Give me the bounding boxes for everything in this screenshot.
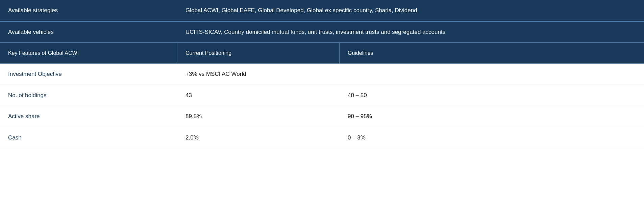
- no-of-holdings-label: No. of holdings: [0, 85, 177, 106]
- active-share-current: 89.5%: [177, 106, 340, 127]
- active-share-guidelines: 90 – 95%: [340, 106, 644, 127]
- available-strategies-label: Available strategies: [0, 0, 177, 21]
- available-vehicles-label-text: Available vehicles: [8, 29, 54, 35]
- cash-guidelines-value: 0 – 3%: [348, 134, 366, 141]
- available-strategies-row: Available strategies Global ACWI, Global…: [0, 0, 644, 22]
- no-of-holdings-row: No. of holdings 43 40 – 50: [0, 85, 644, 106]
- no-of-holdings-guidelines: 40 – 50: [340, 85, 644, 106]
- col-header-features-text: Key Features of Global ACWI: [8, 50, 79, 56]
- no-of-holdings-current-value: 43: [185, 92, 192, 99]
- no-of-holdings-guidelines-value: 40 – 50: [348, 92, 367, 99]
- no-of-holdings-current: 43: [177, 85, 340, 106]
- no-of-holdings-label-text: No. of holdings: [8, 92, 46, 99]
- col-header-guidelines-text: Guidelines: [348, 50, 373, 56]
- active-share-label-text: Active share: [8, 113, 40, 120]
- col-header-current: Current Positioning: [177, 43, 340, 63]
- col-header-current-text: Current Positioning: [185, 50, 231, 56]
- investment-objective-label-text: Investment Objective: [8, 71, 62, 77]
- available-strategies-content: Global ACWI, Global EAFE, Global Develop…: [177, 0, 644, 21]
- investment-objective-current: +3% vs MSCI AC World: [177, 64, 340, 85]
- available-vehicles-label: Available vehicles: [0, 22, 177, 43]
- cash-guidelines: 0 – 3%: [340, 127, 644, 148]
- investment-objective-guidelines: [340, 64, 644, 85]
- col-header-features: Key Features of Global ACWI: [0, 43, 177, 63]
- cash-label: Cash: [0, 127, 177, 148]
- available-strategies-label-text: Available strategies: [8, 7, 58, 14]
- active-share-row: Active share 89.5% 90 – 95%: [0, 106, 644, 127]
- investment-objective-current-value: +3% vs MSCI AC World: [185, 71, 246, 77]
- active-share-guidelines-value: 90 – 95%: [348, 113, 372, 120]
- active-share-current-value: 89.5%: [185, 113, 202, 120]
- cash-row: Cash 2.0% 0 – 3%: [0, 127, 644, 149]
- cash-current: 2.0%: [177, 127, 340, 148]
- cash-current-value: 2.0%: [185, 134, 199, 141]
- investment-objective-row: Investment Objective +3% vs MSCI AC Worl…: [0, 64, 644, 85]
- investment-objective-label: Investment Objective: [0, 64, 177, 85]
- available-strategies-value: Global ACWI, Global EAFE, Global Develop…: [185, 7, 417, 14]
- cash-label-text: Cash: [8, 134, 22, 141]
- available-vehicles-value: UCITS-SICAV, Country domiciled mutual fu…: [185, 29, 445, 35]
- col-header-guidelines: Guidelines: [340, 43, 644, 63]
- main-table: Available strategies Global ACWI, Global…: [0, 0, 644, 148]
- column-headers-row: Key Features of Global ACWI Current Posi…: [0, 43, 644, 64]
- active-share-label: Active share: [0, 106, 177, 127]
- available-vehicles-content: UCITS-SICAV, Country domiciled mutual fu…: [177, 22, 644, 43]
- available-vehicles-row: Available vehicles UCITS-SICAV, Country …: [0, 22, 644, 43]
